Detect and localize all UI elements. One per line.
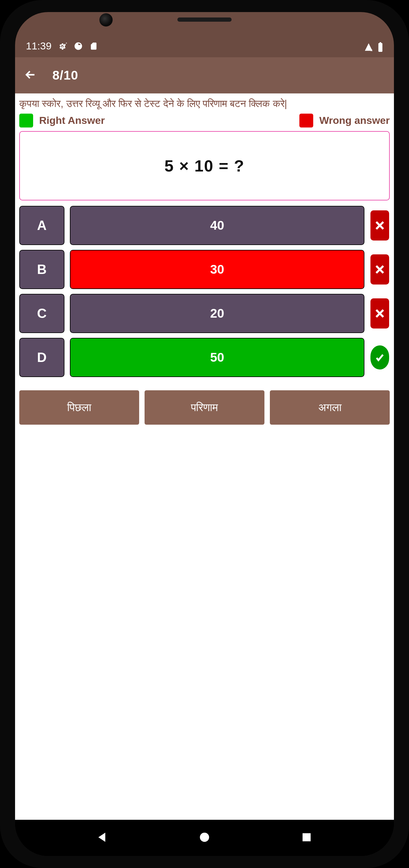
mark-wrong [370,250,390,289]
svg-rect-5 [303,833,311,841]
sd-card-icon [90,41,98,51]
mark-correct [370,338,390,377]
android-recent-button[interactable] [300,830,313,845]
signal-icon: x [364,42,373,52]
svg-rect-2 [378,43,382,52]
options-list: A40B30C20D50 [15,206,394,377]
check-icon [370,345,389,370]
mark-wrong [370,206,390,245]
android-back-button[interactable] [96,830,109,845]
phone-body: 11:39 x [0,0,409,868]
data-saver-icon [74,41,83,51]
wrong-answer-swatch [299,114,313,127]
option-value-button[interactable]: 50 [70,338,365,377]
status-bar-right: x [364,42,383,52]
arrow-left-icon [24,68,37,82]
svg-rect-3 [379,42,381,43]
option-value-button[interactable]: 40 [70,206,365,245]
right-answer-swatch [19,114,33,127]
blank-area [15,425,394,820]
android-nav-bar [15,820,394,856]
x-icon [370,210,389,241]
right-answer-label: Right Answer [39,115,105,126]
legend-right: Right Answer [19,114,105,127]
app-bar: 8/10 [15,57,394,93]
status-bar-left: 11:39 [26,40,98,52]
option-row-c: C20 [19,294,390,333]
option-row-a: A40 [19,206,390,245]
option-value-button[interactable]: 20 [70,294,365,333]
option-value-button[interactable]: 30 [70,250,365,289]
question-card: 5 × 10 = ? [19,131,390,200]
next-button[interactable]: अगला [270,390,390,425]
svg-point-4 [200,833,209,842]
instruction-text: कृपया स्कोर, उत्तर रिव्यू और फिर से टेस्… [15,93,394,113]
stage: 11:39 x [0,0,409,868]
phone-camera [99,13,113,27]
svg-text:x: x [370,48,373,52]
option-row-b: B30 [19,250,390,289]
question-counter: 8/10 [53,68,78,83]
triangle-back-icon [96,830,109,844]
phone-speaker [177,18,232,22]
option-key: A [19,206,64,245]
legend-row: Right Answer Wrong answer [15,113,394,130]
android-home-button[interactable] [198,830,211,845]
phone-frame: 11:39 x [0,0,409,868]
option-key: C [19,294,64,333]
back-button[interactable] [24,68,37,83]
legend-wrong: Wrong answer [299,114,390,127]
x-icon [370,254,389,284]
prev-button[interactable]: पिछला [19,390,139,425]
battery-icon [378,42,383,52]
square-recent-icon [300,830,313,844]
nav-button-row: पिछला परिणाम अगला [15,377,394,425]
circle-home-icon [198,830,211,844]
option-key: B [19,250,64,289]
clock-text: 11:39 [26,40,52,52]
result-button[interactable]: परिणाम [144,390,265,425]
option-row-d: D50 [19,338,390,377]
question-text: 5 × 10 = ? [165,156,244,175]
mark-wrong [370,294,390,333]
screen: 11:39 x [15,12,394,856]
svg-point-0 [62,46,63,48]
content-area: कृपया स्कोर, उत्तर रिव्यू और फिर से टेस्… [15,93,394,820]
settings-suggest-icon [58,41,67,51]
option-key: D [19,338,64,377]
wrong-answer-label: Wrong answer [319,115,390,126]
x-icon [370,299,389,329]
